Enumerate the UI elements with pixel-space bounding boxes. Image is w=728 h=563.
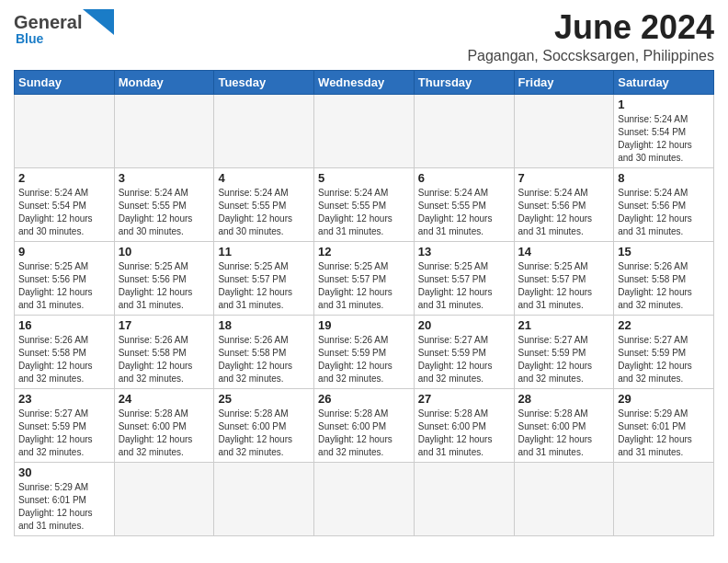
day-info: Sunrise: 5:25 AMSunset: 5:57 PMDaylight:…: [418, 260, 510, 312]
day-info: Sunrise: 5:25 AMSunset: 5:57 PMDaylight:…: [518, 260, 610, 312]
day-number: 25: [218, 392, 310, 406]
day-number: 10: [119, 245, 210, 259]
day-number: 19: [318, 318, 410, 332]
week-row-0: 1Sunrise: 5:24 AMSunset: 5:54 PMDaylight…: [15, 94, 714, 167]
day-number: 9: [18, 245, 110, 259]
calendar-cell: 12Sunrise: 5:25 AMSunset: 5:57 PMDayligh…: [314, 241, 415, 315]
day-number: 20: [418, 318, 510, 332]
day-number: 18: [218, 318, 310, 332]
logo-area: General Blue: [14, 9, 114, 46]
day-number: 7: [518, 171, 610, 185]
day-number: 28: [518, 392, 610, 406]
calendar-cell: 30Sunrise: 5:29 AMSunset: 6:01 PMDayligh…: [15, 462, 115, 535]
calendar-cell: 20Sunrise: 5:27 AMSunset: 5:59 PMDayligh…: [414, 315, 514, 388]
calendar-body: 1Sunrise: 5:24 AMSunset: 5:54 PMDaylight…: [15, 94, 714, 535]
calendar-cell: 5Sunrise: 5:24 AMSunset: 5:55 PMDaylight…: [314, 167, 415, 241]
day-info: Sunrise: 5:29 AMSunset: 6:01 PMDaylight:…: [618, 408, 710, 459]
calendar-cell: 18Sunrise: 5:26 AMSunset: 5:58 PMDayligh…: [214, 315, 314, 388]
calendar-cell: [214, 462, 314, 535]
day-number: 29: [618, 392, 710, 406]
day-info: Sunrise: 5:28 AMSunset: 6:00 PMDaylight:…: [119, 408, 210, 459]
calendar-cell: 19Sunrise: 5:26 AMSunset: 5:59 PMDayligh…: [314, 315, 415, 388]
day-info: Sunrise: 5:26 AMSunset: 5:58 PMDaylight:…: [618, 260, 710, 312]
calendar-cell: 13Sunrise: 5:25 AMSunset: 5:57 PMDayligh…: [414, 241, 514, 315]
calendar-cell: [214, 94, 314, 167]
calendar-cell: 10Sunrise: 5:25 AMSunset: 5:56 PMDayligh…: [114, 241, 214, 315]
calendar-cell: 16Sunrise: 5:26 AMSunset: 5:58 PMDayligh…: [15, 315, 115, 388]
day-info: Sunrise: 5:28 AMSunset: 6:00 PMDaylight:…: [418, 408, 510, 459]
day-number: 26: [318, 392, 410, 406]
day-info: Sunrise: 5:24 AMSunset: 5:54 PMDaylight:…: [18, 187, 110, 238]
calendar-cell: 25Sunrise: 5:28 AMSunset: 6:00 PMDayligh…: [214, 388, 314, 462]
calendar-cell: [15, 94, 115, 167]
calendar-cell: [114, 94, 214, 167]
day-number: 21: [518, 318, 610, 332]
day-info: Sunrise: 5:26 AMSunset: 5:58 PMDaylight:…: [18, 334, 110, 385]
day-info: Sunrise: 5:26 AMSunset: 5:59 PMDaylight:…: [318, 334, 410, 385]
header-cell-monday: Monday: [114, 70, 214, 94]
day-number: 11: [218, 245, 310, 259]
day-number: 1: [618, 98, 710, 111]
day-number: 16: [18, 318, 110, 332]
calendar-cell: 1Sunrise: 5:24 AMSunset: 5:54 PMDaylight…: [614, 94, 714, 167]
day-number: 23: [18, 392, 110, 406]
day-info: Sunrise: 5:25 AMSunset: 5:56 PMDaylight:…: [119, 260, 210, 312]
calendar-cell: [314, 94, 415, 167]
header-row: SundayMondayTuesdayWednesdayThursdayFrid…: [15, 70, 714, 94]
day-number: 17: [119, 318, 210, 332]
calendar-cell: 7Sunrise: 5:24 AMSunset: 5:56 PMDaylight…: [514, 167, 614, 241]
calendar-cell: [514, 94, 614, 167]
calendar-header: SundayMondayTuesdayWednesdayThursdayFrid…: [15, 70, 714, 94]
day-number: 22: [618, 318, 710, 332]
day-info: Sunrise: 5:24 AMSunset: 5:55 PMDaylight:…: [218, 187, 310, 238]
day-info: Sunrise: 5:26 AMSunset: 5:58 PMDaylight:…: [119, 334, 210, 385]
day-info: Sunrise: 5:25 AMSunset: 5:57 PMDaylight:…: [218, 260, 310, 312]
day-number: 3: [119, 171, 210, 185]
week-row-2: 9Sunrise: 5:25 AMSunset: 5:56 PMDaylight…: [15, 241, 714, 315]
day-number: 5: [318, 171, 410, 185]
calendar-cell: 22Sunrise: 5:27 AMSunset: 5:59 PMDayligh…: [614, 315, 714, 388]
calendar-cell: 8Sunrise: 5:24 AMSunset: 5:56 PMDaylight…: [614, 167, 714, 241]
day-number: 6: [418, 171, 510, 185]
calendar-cell: 29Sunrise: 5:29 AMSunset: 6:01 PMDayligh…: [614, 388, 714, 462]
svg-marker-0: [83, 9, 114, 35]
calendar-subtitle: Pagangan, Soccsksargen, Philippines: [467, 48, 714, 64]
calendar-cell: 9Sunrise: 5:25 AMSunset: 5:56 PMDaylight…: [15, 241, 115, 315]
logo-icon: [83, 9, 114, 35]
day-number: 13: [418, 245, 510, 259]
calendar-cell: 28Sunrise: 5:28 AMSunset: 6:00 PMDayligh…: [514, 388, 614, 462]
day-number: 8: [618, 171, 710, 185]
day-info: Sunrise: 5:24 AMSunset: 5:55 PMDaylight:…: [418, 187, 510, 238]
calendar-cell: 2Sunrise: 5:24 AMSunset: 5:54 PMDaylight…: [15, 167, 115, 241]
day-info: Sunrise: 5:27 AMSunset: 5:59 PMDaylight:…: [618, 334, 710, 385]
header-cell-wednesday: Wednesday: [314, 70, 415, 94]
calendar-cell: [514, 462, 614, 535]
day-info: Sunrise: 5:26 AMSunset: 5:58 PMDaylight:…: [218, 334, 310, 385]
day-info: Sunrise: 5:27 AMSunset: 5:59 PMDaylight:…: [18, 408, 110, 459]
day-info: Sunrise: 5:24 AMSunset: 5:55 PMDaylight:…: [318, 187, 410, 238]
day-number: 27: [418, 392, 510, 406]
day-number: 15: [618, 245, 710, 259]
calendar-cell: 3Sunrise: 5:24 AMSunset: 5:55 PMDaylight…: [114, 167, 214, 241]
day-info: Sunrise: 5:28 AMSunset: 6:00 PMDaylight:…: [318, 408, 410, 459]
day-number: 2: [18, 171, 110, 185]
header-cell-friday: Friday: [514, 70, 614, 94]
calendar-cell: 21Sunrise: 5:27 AMSunset: 5:59 PMDayligh…: [514, 315, 614, 388]
day-info: Sunrise: 5:24 AMSunset: 5:56 PMDaylight:…: [518, 187, 610, 238]
calendar-cell: 17Sunrise: 5:26 AMSunset: 5:58 PMDayligh…: [114, 315, 214, 388]
day-number: 30: [18, 465, 110, 479]
day-info: Sunrise: 5:27 AMSunset: 5:59 PMDaylight:…: [518, 334, 610, 385]
calendar-cell: [314, 462, 415, 535]
calendar-cell: 6Sunrise: 5:24 AMSunset: 5:55 PMDaylight…: [414, 167, 514, 241]
day-info: Sunrise: 5:24 AMSunset: 5:55 PMDaylight:…: [119, 187, 210, 238]
calendar-cell: 24Sunrise: 5:28 AMSunset: 6:00 PMDayligh…: [114, 388, 214, 462]
header-cell-tuesday: Tuesday: [214, 70, 314, 94]
day-number: 12: [318, 245, 410, 259]
day-info: Sunrise: 5:24 AMSunset: 5:56 PMDaylight:…: [618, 187, 710, 238]
calendar-cell: [614, 462, 714, 535]
calendar-cell: [414, 462, 514, 535]
calendar-cell: 4Sunrise: 5:24 AMSunset: 5:55 PMDaylight…: [214, 167, 314, 241]
day-number: 24: [119, 392, 210, 406]
header: General Blue June 2024 Pagangan, Soccsks…: [14, 9, 714, 64]
calendar-cell: 27Sunrise: 5:28 AMSunset: 6:00 PMDayligh…: [414, 388, 514, 462]
